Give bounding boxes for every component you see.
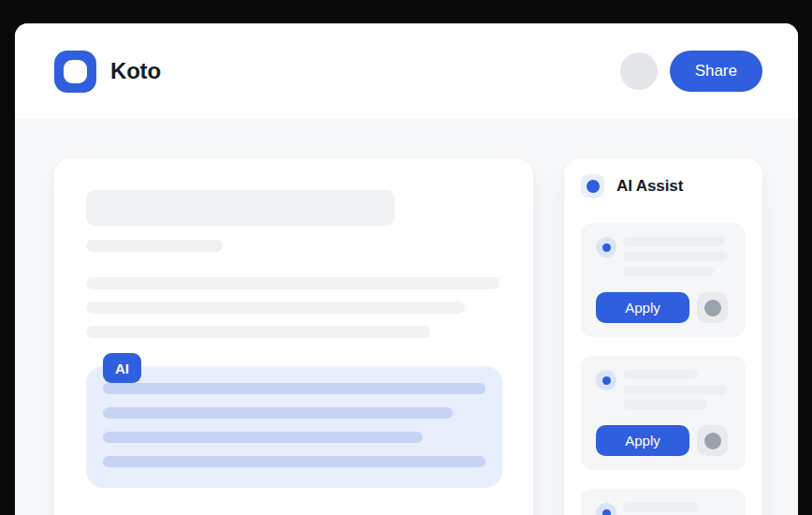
avatar[interactable] [620,52,658,90]
ai-badge: AI [103,353,141,383]
app-name: Koto [110,58,161,84]
suggestion-content [596,369,731,415]
app-body: AI AI Assist [15,119,798,515]
more-options-icon [704,433,721,449]
ai-assist-header: AI Assist [581,174,746,198]
ai-suggestion-block: AI [86,366,501,488]
suggestion-radio[interactable] [596,503,616,515]
ai-highlight-line [103,456,486,467]
ai-highlight-line [103,407,453,419]
suggestion-lines [623,236,728,282]
suggestion-line [623,267,714,276]
skeleton-line [86,277,500,289]
share-button[interactable]: Share [670,51,762,92]
suggestion-line [623,237,724,246]
skeleton-line [86,302,465,314]
skeleton-title [86,190,395,226]
suggestion-radio[interactable] [596,237,616,258]
app-window: Koto Share AI [15,23,798,515]
more-options-icon [704,300,721,316]
suggestion-content [596,236,731,282]
suggestion-lines [623,369,727,415]
suggestion-actions: Apply [596,425,731,456]
panel-title: AI Assist [616,177,683,196]
radio-dot-icon [602,509,611,515]
suggestion-line [623,400,707,409]
ai-assist-icon [581,174,604,198]
apply-button[interactable]: Apply [596,292,689,323]
radio-dot-icon [602,243,611,252]
more-options-button[interactable] [697,292,728,323]
ai-highlight-line [103,383,486,394]
blue-dot-icon [587,180,600,193]
suggestion-card: Apply [581,489,746,515]
suggestion-line [623,385,727,394]
skeleton-subtitle [86,240,223,252]
header-actions: Share [620,51,762,92]
suggestion-lines [623,502,727,515]
koto-logo-icon [54,51,96,93]
apply-button[interactable]: Apply [596,425,689,456]
suggestion-line [623,252,728,261]
suggestion-actions: Apply [596,292,731,323]
radio-dot-icon [602,376,611,385]
suggestion-line [623,503,698,512]
suggestion-card: Apply [581,356,746,470]
suggestion-card: Apply [581,223,746,337]
ai-assist-panel: AI Assist Apply [564,158,762,515]
ai-highlight-box [86,366,502,488]
suggestion-line [623,370,698,379]
more-options-button[interactable] [697,425,728,456]
skeleton-line [86,326,430,338]
koto-logo-inner-shape [64,60,87,83]
ai-highlight-line [103,432,423,443]
app-header: Koto Share [15,23,798,119]
editor-card: AI [54,158,533,515]
suggestion-radio[interactable] [596,370,616,390]
suggestion-content [596,502,731,515]
